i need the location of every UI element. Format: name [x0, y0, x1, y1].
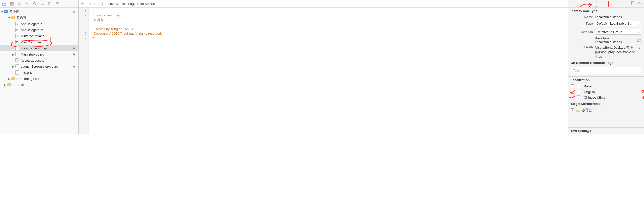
file-type-icon [15, 22, 19, 26]
disclosure-triangle-icon [12, 41, 15, 44]
code-content[interactable]: /* Localizable.strings 多语言 Created by if… [89, 8, 162, 134]
line-gutter: 12345678 [79, 8, 89, 134]
file-name: Info.plist [21, 71, 33, 75]
svg-text:?: ? [639, 2, 641, 5]
localization-name: Chinese (Simpl… [584, 96, 610, 99]
file-name: Assets.xcassets [21, 59, 44, 62]
scm-badge: A [73, 46, 76, 50]
file-row[interactable]: Info.plist [0, 69, 78, 76]
related-items-icon[interactable] [81, 2, 84, 6]
help-inspector-tab[interactable]: ? [638, 1, 642, 6]
disclosure-triangle-icon [12, 28, 15, 31]
folder-chooser-icon[interactable] [637, 38, 641, 42]
file-row[interactable]: AppDelegate.h [0, 21, 78, 27]
project-icon [4, 10, 8, 14]
file-row[interactable]: Assets.xcassets [0, 57, 78, 63]
target-row: 多语言 [568, 107, 644, 113]
file-row[interactable]: ▶Supporting Files [0, 76, 78, 82]
scm-badge: A [73, 65, 76, 68]
file-row[interactable]: AppDelegate.m [0, 27, 78, 33]
file-type-icon [577, 90, 581, 94]
file-inspector-tab[interactable] [631, 1, 634, 6]
file-name: ViewController.m [21, 40, 45, 44]
file-name: Supporting Files [16, 77, 40, 81]
name-value[interactable]: Localizable.strings [595, 15, 641, 19]
type-label: Type [571, 22, 593, 25]
file-name: AppDelegate.h [21, 22, 42, 26]
localization-row: Chinese (Simpl…4 [568, 95, 644, 100]
file-name: Localizable.strings [21, 46, 48, 50]
target-checkbox[interactable] [571, 108, 574, 112]
svg-rect-8 [81, 4, 82, 5]
location-label: Location [571, 30, 593, 34]
app-icon [576, 108, 580, 112]
scm-badge: M [72, 10, 76, 14]
editor-jump-bar: | ‹ › | Localizable.strings › No Selecti… [79, 0, 568, 8]
file-type-icon [15, 70, 19, 75]
target-name: 多语言 [582, 108, 592, 113]
breakpoint-tab[interactable] [47, 1, 53, 7]
tags-input[interactable]: Tags [571, 67, 641, 74]
report-tab[interactable] [55, 1, 60, 7]
inspector-panel: ? Identity and Type Name Localizable.str… [568, 0, 644, 134]
issues-tab[interactable] [24, 1, 30, 7]
svg-rect-3 [12, 4, 13, 5]
code-editor[interactable]: 12345678 /* Localizable.strings 多语言 Crea… [79, 8, 568, 134]
file-type-icon [11, 16, 15, 20]
svg-rect-9 [83, 4, 84, 5]
debug-tab[interactable] [40, 1, 45, 7]
project-root-row[interactable]: ▼ 多语言 M [0, 9, 78, 15]
reveal-arrow-icon[interactable]: ➔ [637, 45, 641, 50]
scm-badge: A [73, 52, 76, 56]
localization-row: English3 [568, 89, 644, 95]
relative-path: Base.lproj/ Localizable.strings [595, 36, 635, 44]
file-row[interactable]: ViewController.m [0, 39, 78, 45]
file-type-icon [577, 84, 581, 88]
breadcrumb-file: Localizable.strings [108, 2, 136, 6]
fullpath-label: Full Path [571, 45, 593, 49]
file-type-icon [15, 58, 19, 62]
disclosure-triangle-icon[interactable]: ▶ [4, 83, 7, 86]
tags-section-title: On Demand Resource Tags [568, 59, 644, 66]
breadcrumb-selection: No Selection [140, 2, 158, 6]
disclosure-triangle-icon[interactable]: ▶ [12, 53, 15, 56]
disclosure-triangle-icon[interactable]: ▶ [12, 65, 15, 68]
navigator-tab-bar [0, 0, 78, 8]
file-row[interactable]: ViewController.h [0, 33, 78, 39]
file-tree: ▼ 多语言 M ▼多语言AppDelegate.hAppDelegate.mVi… [0, 8, 78, 134]
file-type-icon [15, 40, 19, 44]
svg-rect-1 [12, 2, 13, 4]
location-select[interactable]: Relative to Group [595, 29, 641, 35]
test-tab[interactable] [32, 1, 37, 7]
project-navigator-tab[interactable] [2, 1, 7, 7]
localization-row: Base [568, 83, 644, 89]
disclosure-triangle-icon[interactable]: ▼ [1, 10, 4, 13]
file-row[interactable]: Localizable.stringsA [0, 45, 78, 51]
file-row[interactable]: ▶Main.storyboardA [0, 51, 78, 57]
identity-section-title: Identity and Type [568, 8, 644, 14]
disclosure-triangle-icon [12, 59, 15, 62]
svg-point-4 [18, 3, 20, 5]
localization-checkbox[interactable] [571, 84, 574, 88]
file-name: ViewController.h [21, 34, 44, 38]
file-name: Products [12, 83, 25, 87]
file-type-icon [15, 34, 19, 38]
file-row[interactable]: ▶Products [0, 82, 78, 88]
disclosure-triangle-icon [12, 47, 15, 50]
breadcrumb[interactable]: Localizable.strings › No Selection [102, 2, 158, 6]
localization-name: Base [584, 84, 592, 88]
back-button[interactable]: ‹ [90, 1, 91, 6]
file-row[interactable]: ▼多语言 [0, 15, 78, 21]
type-select[interactable]: Default - Localizable St… [595, 21, 641, 26]
disclosure-triangle-icon[interactable]: ▼ [8, 16, 11, 19]
file-type-icon [577, 95, 581, 99]
editor-area: | ‹ › | Localizable.strings › No Selecti… [79, 0, 568, 134]
disclosure-triangle-icon[interactable]: ▶ [8, 77, 11, 80]
file-type-icon [15, 28, 19, 32]
file-type-icon [15, 52, 19, 56]
forward-button[interactable]: › [94, 1, 96, 6]
search-tab[interactable] [17, 1, 22, 7]
source-control-tab[interactable] [9, 1, 15, 7]
localization-name: English [584, 90, 595, 94]
file-row[interactable]: ▶LaunchScreen.storyboardA [0, 63, 78, 69]
